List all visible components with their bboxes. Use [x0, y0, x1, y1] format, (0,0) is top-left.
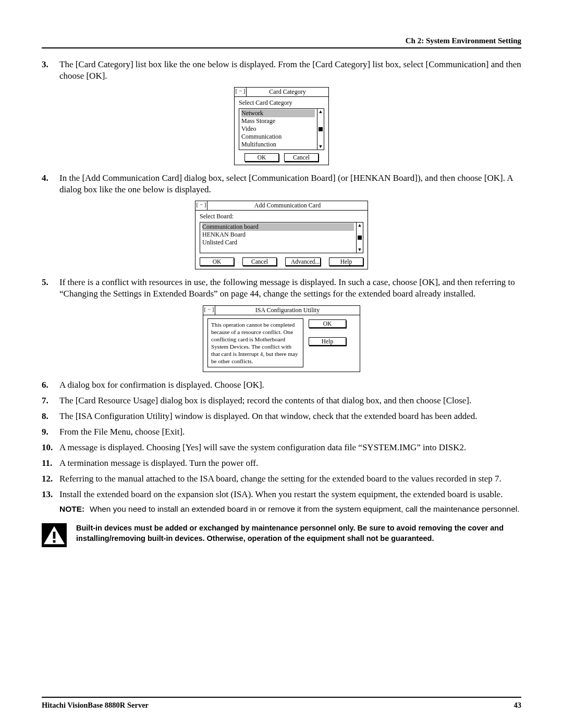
scrollbar[interactable]: ▲ ▼ — [356, 223, 363, 253]
step-text: The [Card Resource Usage] dialog box is … — [59, 395, 521, 406]
note-text: When you need to install an extended boa… — [90, 504, 520, 514]
listbox-label: Select Board: — [200, 213, 363, 220]
header-rule — [42, 47, 521, 48]
step-text: In the [Add Communication Card] dialog b… — [59, 172, 521, 195]
board-listbox[interactable]: Communication board HENKAN Board Unliste… — [200, 222, 363, 253]
dialog-titlebar: [ − ] Add Communication Card — [195, 201, 368, 211]
scroll-up-icon[interactable]: ▲ — [358, 223, 362, 228]
scrollbar[interactable]: ▲ ▼ — [317, 109, 324, 150]
step-6: 6. A dialog box for confirmation is disp… — [42, 379, 521, 391]
dialog-isa-conflict-wrap: [ − ] ISA Configuration Utility This ope… — [42, 305, 521, 372]
list-item[interactable]: Mass Storage — [241, 117, 315, 125]
help-button[interactable]: Help — [309, 337, 346, 346]
ok-button[interactable]: OK — [244, 153, 279, 162]
step-text: The [ISA Configuration Utility] window i… — [59, 411, 521, 422]
warning-text: Built-in devices must be added or exchan… — [76, 523, 521, 544]
svg-rect-2 — [53, 532, 56, 539]
ok-button[interactable]: OK — [309, 319, 346, 328]
scroll-down-icon[interactable]: ▼ — [319, 144, 323, 149]
svg-rect-3 — [53, 540, 56, 543]
step-number: 4. — [42, 172, 59, 195]
list-item[interactable]: HENKAN Board — [202, 231, 354, 239]
step-number: 6. — [42, 379, 59, 391]
footer-rule — [42, 697, 521, 698]
step-text: Referring to the manual attached to the … — [59, 473, 521, 485]
step-7: 7. The [Card Resource Usage] dialog box … — [42, 395, 521, 406]
close-icon[interactable]: [ − ] — [235, 88, 247, 96]
close-icon[interactable]: [ − ] — [195, 201, 207, 210]
dialog-card-category: [ − ] Card Category Select Card Category… — [234, 87, 329, 165]
close-icon[interactable]: [ − ] — [203, 306, 215, 315]
step-number: 10. — [42, 442, 59, 453]
scroll-knob[interactable] — [358, 236, 362, 240]
footer-product: Hitachi VisionBase 8880R Server — [42, 701, 149, 710]
page-footer: Hitachi VisionBase 8880R Server 43 — [42, 697, 521, 710]
step-number: 3. — [42, 59, 59, 82]
list-item[interactable]: Network — [241, 109, 315, 117]
step-3: 3. The [Card Category] list box like the… — [42, 59, 521, 82]
page-header: Ch 2: System Environment Setting — [42, 36, 521, 45]
step-13: 13. Install the extended board on the ex… — [42, 489, 521, 500]
step-12: 12. Referring to the manual attached to … — [42, 473, 521, 485]
step-list: 3. The [Card Category] list box like the… — [42, 59, 521, 82]
step-text: Install the extended board on the expans… — [59, 489, 521, 500]
step-number: 13. — [42, 489, 59, 500]
step-5: 5. If there is a conflict with resources… — [42, 277, 521, 300]
dialog-add-comm-card: [ − ] Add Communication Card Select Boar… — [195, 201, 368, 269]
dialog-card-category-wrap: [ − ] Card Category Select Card Category… — [42, 87, 521, 165]
step-list: 5. If there is a conflict with resources… — [42, 277, 521, 300]
step-10: 10. A message is displayed. Choosing [Ye… — [42, 442, 521, 453]
dialog-add-comm-card-wrap: [ − ] Add Communication Card Select Boar… — [42, 201, 521, 269]
dialog-title: ISA Configuration Utility — [215, 306, 360, 315]
conflict-message: This operation cannot be completed becau… — [207, 318, 303, 367]
list-item[interactable]: Video — [241, 125, 315, 133]
step-8: 8. The [ISA Configuration Utility] windo… — [42, 411, 521, 422]
advanced-button[interactable]: Advanced... — [285, 257, 321, 266]
step-text: If there is a conflict with resources in… — [59, 277, 521, 300]
dialog-titlebar: [ − ] ISA Configuration Utility — [203, 306, 360, 315]
dialog-body: This operation cannot be completed becau… — [203, 315, 360, 372]
list-item[interactable]: Multifunction — [241, 141, 315, 149]
step-list: 4. In the [Add Communication Card] dialo… — [42, 172, 521, 195]
step-text: A message is displayed. Choosing [Yes] w… — [59, 442, 521, 453]
step-number: 5. — [42, 277, 59, 300]
step-9: 9. From the File Menu, choose [Exit]. — [42, 426, 521, 438]
cancel-button[interactable]: Cancel — [284, 153, 319, 162]
scroll-up-icon[interactable]: ▲ — [319, 109, 323, 114]
list-item[interactable]: Unlisted Card — [202, 239, 354, 246]
help-button[interactable]: Help — [329, 257, 363, 266]
cancel-button[interactable]: Cancel — [242, 257, 277, 266]
dialog-title: Card Category — [247, 88, 328, 96]
note-block: NOTE: When you need to install an extend… — [59, 504, 521, 514]
step-list: 6. A dialog box for confirmation is disp… — [42, 379, 521, 501]
step-text: From the File Menu, choose [Exit]. — [59, 426, 521, 438]
step-text: The [Card Category] list box like the on… — [59, 59, 521, 82]
ok-button[interactable]: OK — [200, 257, 234, 266]
listbox-label: Select Card Category — [239, 99, 324, 107]
warning-icon — [42, 523, 67, 547]
step-11: 11. A termination message is displayed. … — [42, 458, 521, 469]
dialog-titlebar: [ − ] Card Category — [235, 88, 328, 97]
step-text: A dialog box for confirmation is display… — [59, 379, 521, 391]
step-number: 8. — [42, 411, 59, 422]
note-label: NOTE: — [59, 504, 90, 514]
scroll-down-icon[interactable]: ▼ — [358, 248, 362, 252]
dialog-title: Add Communication Card — [207, 201, 368, 210]
step-number: 9. — [42, 426, 59, 438]
card-category-listbox[interactable]: Network Mass Storage Video Communication… — [239, 108, 324, 150]
dialog-body: Select Card Category Network Mass Storag… — [235, 97, 328, 165]
step-text: A termination message is displayed. Turn… — [59, 458, 521, 469]
page-number: 43 — [514, 701, 522, 710]
dialog-body: Select Board: Communication board HENKAN… — [195, 211, 368, 269]
dialog-isa-conflict: [ − ] ISA Configuration Utility This ope… — [203, 305, 360, 372]
list-item[interactable]: Communication — [241, 133, 315, 141]
warning-block: Built-in devices must be added or exchan… — [42, 523, 521, 547]
document-page: Ch 2: System Environment Setting 3. The … — [0, 0, 563, 728]
list-item[interactable]: Communication board — [202, 223, 354, 231]
step-4: 4. In the [Add Communication Card] dialo… — [42, 172, 521, 195]
scroll-knob[interactable] — [319, 127, 323, 131]
step-number: 11. — [42, 458, 59, 469]
step-number: 7. — [42, 395, 59, 406]
step-number: 12. — [42, 473, 59, 485]
